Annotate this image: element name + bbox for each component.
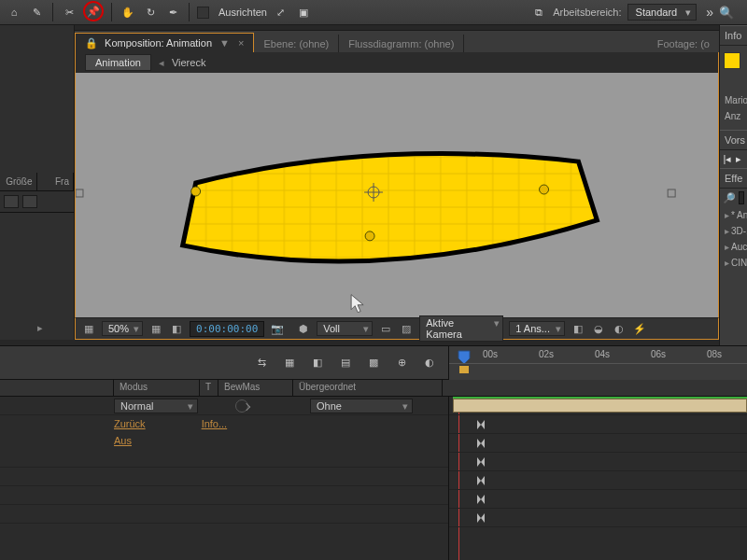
col-mode[interactable]: Modus bbox=[114, 380, 200, 396]
tool-icon-2[interactable]: ✎ bbox=[28, 4, 45, 21]
col-size[interactable]: Größe bbox=[0, 173, 37, 190]
res-icon-1[interactable]: ▦ bbox=[148, 321, 163, 336]
tl-tool-6[interactable]: ⊕ bbox=[392, 354, 411, 372]
play-icon[interactable]: ▸ bbox=[734, 153, 743, 165]
col-frame[interactable]: Fra bbox=[37, 173, 75, 190]
camera-icon[interactable]: 📷 bbox=[270, 321, 285, 336]
tab-layer[interactable]: Ebene: (ohne) bbox=[254, 35, 339, 52]
resolution-dropdown[interactable]: Voll bbox=[317, 321, 373, 336]
lightning-icon[interactable]: ⚡ bbox=[632, 321, 647, 336]
timeline-panel: ⇆ ▦ ◧ ▤ ▩ ⊕ ◐ ⬡ 00s 02s 04s 06s 08s Modu… bbox=[0, 345, 747, 560]
svg-rect-1 bbox=[668, 189, 675, 197]
pin-icon: 📌 bbox=[85, 3, 102, 20]
keyframe-icon[interactable] bbox=[477, 476, 485, 485]
time-ruler[interactable]: 00s 02s 04s 06s 08s bbox=[448, 346, 747, 380]
res-icon-2[interactable]: ◧ bbox=[169, 321, 184, 336]
parent-dropdown[interactable]: Ohne bbox=[310, 399, 413, 413]
tab-footage[interactable]: Footage: (o bbox=[648, 35, 719, 52]
tl-tool-5[interactable]: ▩ bbox=[364, 354, 383, 372]
align-label: Ausrichten bbox=[218, 7, 267, 18]
camera-dropdown[interactable]: Aktive Kamera bbox=[419, 315, 503, 342]
tl-tool-7[interactable]: ◐ bbox=[420, 354, 439, 372]
zoom-dropdown[interactable]: 50% bbox=[102, 321, 143, 336]
preset-4[interactable]: CIN... bbox=[731, 258, 747, 268]
keyframe-icon[interactable] bbox=[477, 457, 485, 467]
timecode[interactable]: 0:00:00:00 bbox=[190, 321, 264, 337]
prop-info-link[interactable]: Info... bbox=[202, 418, 228, 429]
prop-back-link[interactable]: Zurück bbox=[114, 418, 146, 429]
rotate-tool-icon[interactable]: ↻ bbox=[142, 4, 159, 21]
tl-tool-3[interactable]: ◧ bbox=[308, 354, 327, 372]
keyframe-icon[interactable] bbox=[477, 495, 485, 504]
alpha-icon[interactable]: ▨ bbox=[399, 321, 414, 336]
tool-icon-3[interactable]: ✂ bbox=[61, 4, 78, 21]
preset-3[interactable]: Auc... bbox=[731, 242, 747, 252]
project-icon-1[interactable] bbox=[4, 195, 19, 208]
info-row1: Mario bbox=[720, 92, 747, 108]
svg-rect-0 bbox=[76, 189, 83, 197]
link-icon[interactable]: ⧉ bbox=[530, 4, 547, 21]
panel-effects[interactable]: Effe bbox=[720, 168, 747, 189]
render-icon-3[interactable]: ◒ bbox=[591, 321, 606, 336]
tl-tool-4[interactable]: ▤ bbox=[336, 354, 355, 372]
tab-comp-name: Animation bbox=[166, 37, 212, 49]
keyframe-icon[interactable] bbox=[477, 439, 485, 448]
puppet-pin-tool-highlighted[interactable]: 📌 bbox=[83, 1, 104, 21]
tv-icon[interactable]: ▭ bbox=[378, 321, 393, 336]
breadcrumb-sep-icon: ◂ bbox=[159, 57, 164, 69]
tl-tool-1[interactable]: ⇆ bbox=[252, 354, 271, 372]
pickwhip-icon[interactable] bbox=[235, 399, 248, 413]
right-panels: Info Mario Anz Vors |◂ ▸ Effe 🔎 ▸* An...… bbox=[719, 25, 747, 347]
hand-tool-icon[interactable]: ✋ bbox=[120, 4, 136, 21]
pen-tool-icon[interactable]: ✒ bbox=[164, 4, 181, 21]
breadcrumb: Animation ◂ Viereck bbox=[75, 52, 719, 73]
close-icon[interactable]: × bbox=[238, 37, 244, 49]
search-icon[interactable]: 🔍 bbox=[719, 6, 734, 20]
align-checkbox[interactable] bbox=[197, 7, 209, 19]
col-trkmat[interactable]: BewMas bbox=[218, 380, 293, 396]
panel-expand-icon[interactable]: » bbox=[706, 5, 713, 20]
tick-0: 00s bbox=[483, 349, 498, 359]
fit-icon[interactable]: ▣ bbox=[295, 4, 312, 21]
col-t[interactable]: T bbox=[200, 380, 218, 396]
panel-preview[interactable]: Vors bbox=[720, 130, 747, 150]
info-color-swatch bbox=[724, 52, 740, 69]
prop-off-link[interactable]: Aus bbox=[114, 435, 132, 446]
viewer-footer: ▦ 50% ▦ ◧ 0:00:00:00 📷 ⬢ Voll ▭ ▨ Aktive… bbox=[75, 317, 719, 340]
layer-bar[interactable] bbox=[453, 399, 747, 413]
timeline-tracks[interactable] bbox=[448, 397, 747, 560]
keyframe-icon[interactable] bbox=[477, 513, 485, 523]
svg-point-4 bbox=[191, 187, 201, 196]
layer-row-1[interactable]: Normal Ohne bbox=[0, 397, 448, 415]
timeline-columns: Modus T BewMas Übergeordnet bbox=[0, 380, 747, 397]
mask-icon[interactable]: ◧ bbox=[571, 321, 585, 336]
breadcrumb-item[interactable]: Viereck bbox=[172, 57, 205, 68]
tab-composition[interactable]: 🔒 Komposition: Animation ▼ × bbox=[75, 33, 254, 52]
tick-1: 02s bbox=[539, 349, 554, 359]
blend-mode-dropdown[interactable]: Normal bbox=[114, 399, 198, 413]
tl-tool-2[interactable]: ▦ bbox=[280, 354, 299, 372]
grid-icon[interactable]: ▦ bbox=[81, 321, 96, 336]
breadcrumb-active[interactable]: Animation bbox=[85, 54, 151, 71]
collapse-arrow-icon[interactable]: ▸ bbox=[37, 322, 43, 334]
tool-icon-1[interactable]: ⌂ bbox=[6, 4, 22, 21]
effects-search[interactable] bbox=[739, 191, 744, 204]
svg-point-6 bbox=[365, 231, 374, 241]
project-panel-edge: Größe Fra ▸ bbox=[0, 25, 75, 340]
panel-info[interactable]: Info bbox=[720, 25, 747, 46]
rgb-icon[interactable]: ⬢ bbox=[296, 321, 311, 336]
composition-viewer[interactable] bbox=[75, 73, 719, 317]
prev-frame-icon[interactable]: |◂ bbox=[723, 153, 732, 165]
project-icon-2[interactable] bbox=[22, 195, 37, 208]
preset-1[interactable]: * An... bbox=[731, 210, 747, 220]
render-icon-4[interactable]: ◐ bbox=[612, 321, 627, 336]
keyframe-icon[interactable] bbox=[477, 420, 485, 429]
col-parent[interactable]: Übergeordnet bbox=[293, 380, 443, 396]
tab-flowchart[interactable]: Flussdiagramm: (ohne) bbox=[339, 35, 464, 52]
snap-icon[interactable]: ⤢ bbox=[273, 4, 289, 21]
workspace-dropdown[interactable]: Standard bbox=[627, 4, 698, 21]
tab-dropdown-icon[interactable]: ▼ bbox=[219, 37, 230, 49]
search-icon[interactable]: 🔎 bbox=[723, 192, 736, 204]
preset-2[interactable]: 3D-... bbox=[731, 226, 747, 236]
views-dropdown[interactable]: 1 Ans... bbox=[509, 321, 565, 336]
